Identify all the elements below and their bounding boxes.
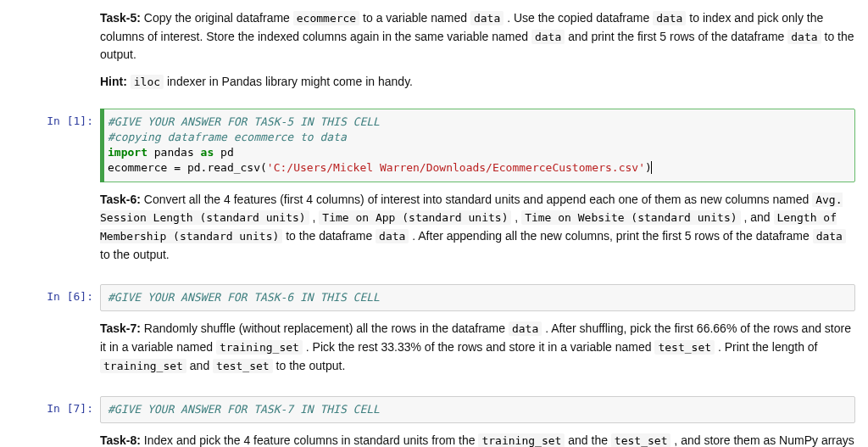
markdown-body: Task-5: Copy the original dataframe ecom…	[100, 8, 855, 102]
markdown-cell: Task-8: Index and pick the 4 feature col…	[0, 427, 868, 447]
prompt: In [1]:	[0, 109, 100, 182]
markdown-cell: Task-7: Randomly shuffle (without replac…	[0, 315, 868, 392]
cell-content: #GIVE YOUR ANSWER FOR TASK-7 IN THIS CEL…	[100, 396, 868, 423]
inline-code: data	[653, 11, 686, 25]
inline-code: ecommerce	[293, 11, 359, 25]
inline-code: training_set	[216, 340, 303, 355]
markdown-cell: Task-6: Convert all the 4 features (firs…	[0, 186, 868, 282]
prompt: In [7]:	[0, 396, 100, 423]
inline-code: test_set	[213, 359, 273, 373]
markdown-body: Task-8: Index and pick the 4 feature col…	[100, 430, 855, 447]
inline-code: training_set	[100, 359, 186, 373]
inline-code: data	[787, 30, 821, 44]
task-paragraph: Task-8: Index and pick the 4 feature col…	[100, 432, 855, 447]
inline-code: training_set	[478, 433, 565, 447]
markdown-body: Task-7: Randomly shuffle (without replac…	[100, 318, 855, 388]
task-label: Task-8:	[100, 433, 141, 447]
code-text[interactable]: #GIVE YOUR ANSWER FOR TASK-6 IN THIS CEL…	[108, 290, 848, 305]
task-label: Task-5:	[100, 11, 141, 25]
task-label: Task-6:	[100, 193, 141, 206]
cell-content: Task-8: Index and pick the 4 feature col…	[100, 430, 868, 447]
cell-content: Task-7: Randomly shuffle (without replac…	[100, 318, 868, 388]
prompt	[0, 318, 100, 388]
inline-code: data	[509, 321, 542, 336]
cell-content: Task-5: Copy the original dataframe ecom…	[100, 8, 868, 102]
inline-code: data	[376, 229, 409, 243]
code-cell: In [1]:#GIVE YOUR ANSWER FOR TASK-5 IN T…	[0, 105, 868, 186]
inline-code: iloc	[131, 75, 164, 89]
inline-code: test_set	[611, 433, 671, 447]
code-input-area[interactable]: #GIVE YOUR ANSWER FOR TASK-7 IN THIS CEL…	[100, 396, 855, 423]
cell-content: Task-6: Convert all the 4 features (firs…	[100, 189, 868, 278]
cell-content: #GIVE YOUR ANSWER FOR TASK-5 IN THIS CEL…	[100, 109, 868, 182]
code-text[interactable]: #GIVE YOUR ANSWER FOR TASK-5 IN THIS CEL…	[108, 115, 848, 176]
code-cell: In [7]:#GIVE YOUR ANSWER FOR TASK-7 IN T…	[0, 393, 868, 427]
inline-code: data	[531, 30, 565, 44]
code-input-area[interactable]: #GIVE YOUR ANSWER FOR TASK-5 IN THIS CEL…	[100, 109, 855, 182]
markdown-body: Task-6: Convert all the 4 features (firs…	[100, 189, 855, 278]
task-paragraph: Task-5: Copy the original dataframe ecom…	[100, 9, 855, 64]
prompt	[0, 189, 100, 278]
inline-code: Time on App (standard units)	[319, 210, 511, 225]
task-label: Task-7:	[100, 321, 141, 335]
cell-content: #GIVE YOUR ANSWER FOR TASK-6 IN THIS CEL…	[100, 284, 868, 311]
hint-label: Hint:	[100, 75, 127, 88]
prompt	[0, 430, 100, 447]
inline-code: Time on Website (standard units)	[521, 210, 740, 225]
hint-paragraph: Hint: iloc indexer in Pandas library mig…	[100, 73, 855, 92]
code-text[interactable]: #GIVE YOUR ANSWER FOR TASK-7 IN THIS CEL…	[108, 402, 848, 417]
prompt: In [6]:	[0, 284, 100, 311]
code-cell: In [6]:#GIVE YOUR ANSWER FOR TASK-6 IN T…	[0, 281, 868, 315]
markdown-cell: Task-5: Copy the original dataframe ecom…	[0, 4, 868, 105]
inline-code: test_set	[654, 340, 715, 355]
task-paragraph: Task-6: Convert all the 4 features (firs…	[100, 191, 855, 265]
code-input-area[interactable]: #GIVE YOUR ANSWER FOR TASK-6 IN THIS CEL…	[100, 284, 855, 311]
notebook: Task-5: Copy the original dataframe ecom…	[0, 0, 868, 447]
prompt	[0, 8, 100, 102]
inline-code: data	[470, 11, 504, 25]
task-paragraph: Task-7: Randomly shuffle (without replac…	[100, 320, 855, 375]
inline-code: data	[813, 229, 846, 243]
